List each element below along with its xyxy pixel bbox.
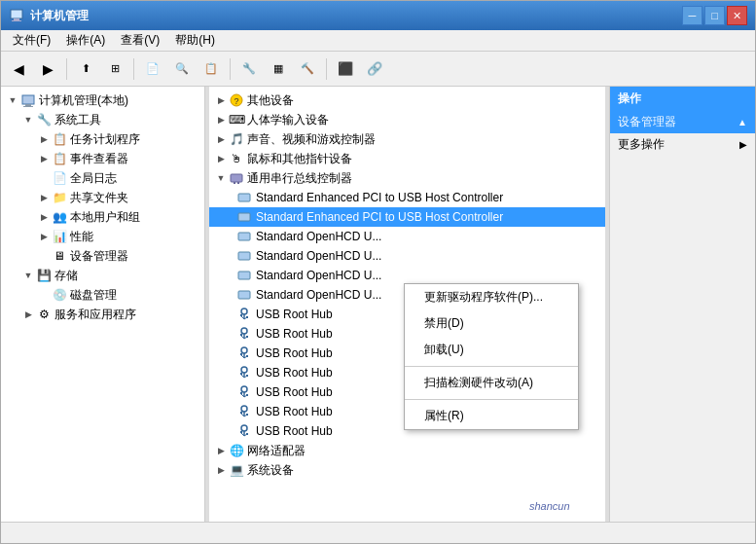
system-tools-icon: 🔧 [36,112,52,127]
ctx-disable[interactable]: 禁用(D) [405,310,578,337]
ohcd2-label: Standard OpenHCD U... [256,249,381,263]
ctx-scan-hardware[interactable]: 扫描检测硬件改动(A) [405,370,578,396]
sysdev-icon: 💻 [229,462,244,478]
device-openhcd-3[interactable]: Standard OpenHCD U... [209,266,605,285]
device-enhanced-pci-2[interactable]: Standard Enhanced PCI to USB Host Contro… [209,207,605,227]
pci2-label: Standard Enhanced PCI to USB Host Contro… [256,210,503,224]
svg-point-58 [240,431,242,433]
svg-point-28 [240,334,242,336]
action-more-label: 更多操作 [618,136,665,153]
ctx-properties[interactable]: 属性(R) [405,403,578,429]
toolbar-btn-6[interactable]: 🔧 [235,56,263,82]
toolbar-btn-9[interactable]: ⬛ [332,56,359,82]
toolbar-btn-5[interactable]: 📋 [198,56,225,82]
window-title: 计算机管理 [30,8,682,24]
tree-device-manager[interactable]: ▶ 🖥 设备管理器 [1,246,204,266]
perf-icon: 📊 [52,229,67,244]
svg-point-22 [240,314,242,316]
other-label: 其他设备 [247,92,294,109]
device-enhanced-pci-1[interactable]: Standard Enhanced PCI to USB Host Contro… [209,188,605,207]
tree-services[interactable]: ▶ ⚙ 服务和应用程序 [1,305,204,324]
usb-cat-icon [229,170,244,186]
show-hide-button[interactable]: ⊞ [101,56,128,82]
usb-cat-expand: ▼ [213,170,229,186]
pci1-label: Standard Enhanced PCI to USB Host Contro… [256,191,503,204]
tree-disk-mgmt[interactable]: ▶ 💿 磁盘管理 [1,285,204,305]
action-device-manager[interactable]: 设备管理器 ▲ [610,111,755,133]
usb1-icon [236,307,252,322]
cat-system-devices[interactable]: ▶ 💻 系统设备 [209,460,605,480]
svg-rect-0 [11,10,22,18]
ctx-update-driver[interactable]: 更新驱动程序软件(P)... [405,284,578,310]
cat-other-devices[interactable]: ▶ ? 其他设备 [209,91,605,110]
tree-performance[interactable]: ▶ 📊 性能 [1,227,204,246]
status-bar [1,522,755,543]
maximize-button[interactable]: □ [704,6,725,25]
usb7-icon [236,423,252,439]
toolbar-sep-4 [326,58,327,80]
svg-point-34 [240,353,242,355]
device-openhcd-1[interactable]: Standard OpenHCD U... [209,227,605,246]
svg-point-53 [241,425,247,431]
svg-rect-12 [238,213,250,221]
mouse-icon: 🖱 [229,151,244,166]
perf-expand: ▶ [36,229,52,244]
cat-usb[interactable]: ▼ 通用串行总线控制器 [209,168,605,188]
actions-header: 操作 [610,87,755,111]
cat-audio-video[interactable]: ▶ 🎵 声音、视频和游戏控制器 [209,129,605,149]
storage-icon: 💾 [36,268,52,283]
toolbar-btn-10[interactable]: 🔗 [361,56,388,82]
up-button[interactable]: ⬆ [72,56,99,82]
action-more-arrow: ▶ [739,139,747,150]
cat-human-input[interactable]: ▶ ⌨ 人体学输入设备 [209,110,605,129]
usb3-label: USB Root Hub [256,346,333,360]
menu-action[interactable]: 操作(A) [58,30,113,51]
toolbar-btn-8[interactable]: 🔨 [294,56,321,82]
tree-global-log[interactable]: ▶ 📄 全局日志 [1,168,204,188]
forward-button[interactable]: ▶ [34,56,61,82]
ctx-uninstall[interactable]: 卸载(U) [405,337,578,363]
svg-rect-15 [238,272,250,279]
cat-mouse[interactable]: ▶ 🖱 鼠标和其他指针设备 [209,149,605,168]
storage-label: 存储 [54,268,78,284]
menu-help[interactable]: 帮助(H) [167,30,223,51]
ohcd3-label: Standard OpenHCD U... [256,269,381,282]
storage-expand: ▼ [20,268,36,283]
tree-storage[interactable]: ▼ 💾 存储 [1,266,204,285]
action-devmgr-label: 设备管理器 [618,114,676,130]
svc-expand: ▶ [20,307,36,322]
tree-root[interactable]: ▼ 计算机管理(本地) [1,91,204,110]
toolbar-btn-4[interactable]: 🔍 [168,56,196,82]
tree-shared-folder[interactable]: ▶ 📁 共享文件夹 [1,188,204,207]
tree-event-viewer[interactable]: ▶ 📋 事件查看器 [1,149,204,168]
tree-system-tools[interactable]: ▼ 🔧 系统工具 [1,110,204,129]
usb6-icon [236,404,252,419]
toolbar-btn-7[interactable]: ▦ [265,56,292,82]
device-openhcd-2[interactable]: Standard OpenHCD U... [209,246,605,266]
menu-bar: 文件(F) 操作(A) 查看(V) 帮助(H) [1,30,755,52]
minimize-button[interactable]: ─ [682,6,702,25]
action-more[interactable]: 更多操作 ▶ [610,133,755,156]
menu-file[interactable]: 文件(F) [5,30,58,51]
svg-rect-51 [246,414,248,416]
svg-rect-57 [246,433,248,435]
svg-point-23 [241,328,247,334]
other-expand: ▶ [213,92,229,108]
av-expand: ▶ [213,131,229,147]
svg-point-35 [241,367,247,373]
tree-task-scheduler[interactable]: ▶ 📋 任务计划程序 [1,129,204,149]
svg-text:?: ? [234,96,238,106]
ohcd4-label: Standard OpenHCD U... [256,288,381,302]
back-button[interactable]: ◀ [5,56,32,82]
cat-network[interactable]: ▶ 🌐 网络适配器 [209,441,605,460]
ohcd3-icon [236,268,252,283]
tree-local-users[interactable]: ▶ 👥 本地用户和组 [1,207,204,227]
pci2-icon [236,209,252,225]
net-icon: 🌐 [229,443,244,458]
close-button[interactable]: ✕ [727,6,747,25]
shared-label: 共享文件夹 [70,190,128,206]
svg-point-47 [241,406,247,412]
menu-view[interactable]: 查看(V) [113,30,167,51]
toolbar-btn-3[interactable]: 📄 [139,56,166,82]
svg-rect-4 [25,104,31,106]
